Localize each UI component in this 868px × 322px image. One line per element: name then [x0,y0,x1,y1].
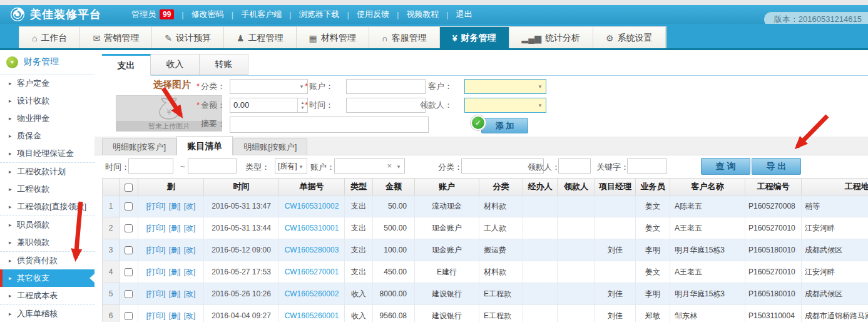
print-link[interactable]: [打印] [146,267,166,276]
col-project: 工程编号 [745,179,802,195]
filter-type-select[interactable]: [所有] ▼ [275,158,307,174]
sidebar-item[interactable]: ▸ 工程成本表 [0,287,94,305]
print-link[interactable]: [打印] [146,202,166,210]
cell-time: 2016-05-26 10:26 [204,283,279,305]
filter-payee-input[interactable] [558,158,591,174]
row-checkbox[interactable] [125,246,133,254]
menu-link[interactable]: 视频教程 [406,9,439,20]
record-type-tab[interactable]: 收入 [151,54,200,75]
record-type-tab[interactable]: 转账 [200,54,248,75]
print-link[interactable]: [打印] [146,246,166,254]
sidebar-item[interactable]: ▸ 设计收款 [0,92,94,110]
export-button[interactable]: 导 出 [752,158,801,175]
sidebar-item[interactable]: ▸ 物业押金 [0,110,94,127]
clear-icon[interactable]: × [387,161,392,170]
filter-time-to-input[interactable] [188,158,237,174]
nav-item[interactable]: ♟ 工程管理 [224,27,297,49]
add-button[interactable]: 添 加 [481,118,528,133]
delete-link[interactable]: [删] [169,246,181,254]
nav-item[interactable]: ⌂ 工作台 [19,27,80,49]
sidebar-item[interactable]: ▸ 职员领款 [0,216,94,234]
cell-sales: 李明 [636,283,670,305]
menu-link[interactable]: 使用反馈 [357,9,389,20]
row-actions: [打印] [删] [改] [138,261,204,283]
sidebar-item[interactable]: ▸ 入库单稽核 [0,305,94,322]
print-link[interactable]: [打印] [146,289,166,298]
doc-number-link[interactable]: CW1605310002 [285,202,339,210]
edit-link[interactable]: [改] [184,289,196,298]
doc-number-link[interactable]: CW1605280003 [285,246,339,254]
record-type-tab[interactable]: 支出 [102,54,151,76]
print-link[interactable]: [打印] [146,311,166,320]
edit-link[interactable]: [改] [184,311,196,320]
delete-link[interactable]: [删] [169,267,181,276]
delete-link[interactable]: [删] [169,224,181,232]
nav-item[interactable]: ⚙ 系统设置 [593,27,666,49]
sidebar-item-label: 工程收款计划 [17,167,66,176]
notification-badge[interactable]: 99 [160,9,174,19]
menu-link[interactable]: 手机客户端 [241,9,282,20]
dropdown-arrow-icon: ▼ [299,164,304,170]
nav-item[interactable]: ∩ 客服管理 [369,27,440,49]
edit-link[interactable]: [改] [184,224,196,232]
summary-input[interactable] [230,117,429,133]
customer-select[interactable]: ▼ [464,79,546,94]
menu-link[interactable]: 浏览器下载 [299,9,340,20]
filter-time-from-input[interactable] [128,158,173,174]
row-select-cell [120,283,138,305]
payee-select[interactable]: ▼ [464,98,546,113]
sidebar-item[interactable]: ▸ 工程收款 [0,180,94,198]
edit-link[interactable]: [改] [184,246,196,254]
nav-item[interactable]: ▂▄▆ 统计分析 [509,27,593,49]
edit-link[interactable]: [改] [184,202,196,210]
nav-item[interactable]: ¥ 财务管理 [440,27,509,49]
doc-number-link[interactable]: CW1605310001 [285,224,339,232]
cell-account: 建设银行 [415,305,479,322]
doc-number-link[interactable]: CW1605270001 [285,267,339,276]
select-all-checkbox[interactable] [125,184,133,192]
sidebar-header[interactable]: ▼ 财务管理 [0,50,94,75]
sidebar-item[interactable]: ▸ 质保金 [0,127,94,145]
sidebar-item[interactable]: ▸ 工程领款[直接领款] [0,198,94,216]
filter-account-combo[interactable]: × ▼ [334,158,405,174]
sidebar-item[interactable]: ▸ 客户定金 [0,75,94,92]
col-sales: 业务员 [636,179,670,195]
ledger-tab[interactable]: 明细账[按客户] [102,138,176,155]
print-link[interactable]: [打印] [146,224,166,232]
menu-link[interactable]: 修改密码 [191,9,224,20]
nav-item[interactable]: ✉ 营销管理 [80,27,152,49]
sidebar-item[interactable]: ▸ 兼职领款 [0,234,94,252]
sidebar-item-label: 其它收支 [17,273,49,283]
sidebar-item-label: 职员领款 [17,220,49,229]
ledger-tab[interactable]: 明细账[按账户] [233,138,307,155]
edit-link[interactable]: [改] [184,267,196,276]
account-label: *账户： [290,79,334,94]
cell-type: 支出 [345,261,373,283]
triangle-bullet-icon: ▸ [9,163,12,180]
cell-payee [558,305,595,322]
row-checkbox[interactable] [125,290,133,298]
doc-number-link[interactable]: CW1605260001 [285,311,339,320]
sidebar-item[interactable]: ▸ 工程收款计划 [0,163,94,180]
delete-link[interactable]: [删] [169,311,181,320]
delete-link[interactable]: [删] [169,289,181,298]
ledger-tab[interactable]: 账目清单 [176,136,233,155]
menu-separator: | [347,10,349,19]
nav-item[interactable]: ✎ 设计预算 [152,27,224,49]
row-checkbox[interactable] [125,202,133,210]
search-button[interactable]: 查 询 [701,158,750,175]
menu-link[interactable]: 退出 [456,9,472,20]
row-checkbox[interactable] [125,312,133,320]
delete-link[interactable]: [删] [169,202,181,210]
filter-keyword-input[interactable] [627,158,667,174]
sidebar-item[interactable]: ▸ 其它收支 [0,269,94,287]
doc-number-link[interactable]: CW1605260002 [285,289,339,298]
row-checkbox[interactable] [125,268,133,276]
nav-item[interactable]: ▦ 材料管理 [297,27,369,49]
topbar: 美佳装修平台 管理员 99 |修改密码|手机客户端|浏览器下载|使用反馈|视频教… [0,5,868,24]
sidebar-item[interactable]: ▸ 项目经理保证金 [0,145,94,163]
admin-link[interactable]: 管理员 [131,9,156,20]
tab-label: 支出 [118,60,135,71]
row-checkbox[interactable] [125,224,133,232]
sidebar-item[interactable]: ▸ 供货商付款 [0,252,94,269]
